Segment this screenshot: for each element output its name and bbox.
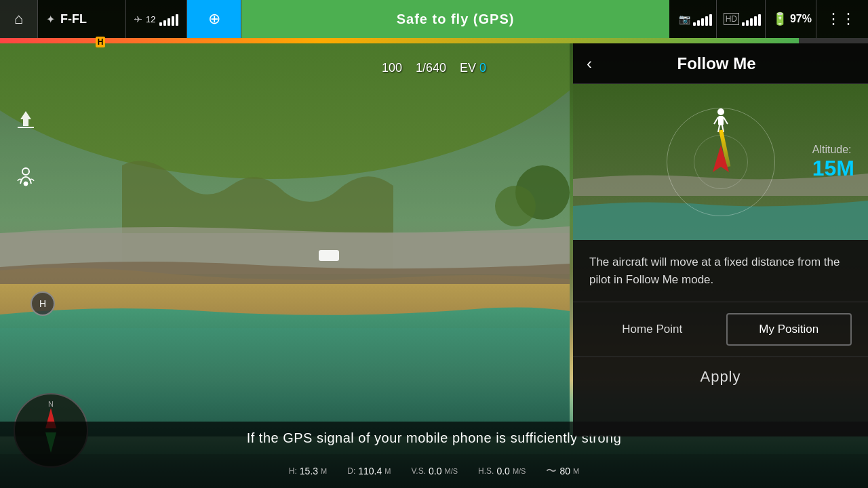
home-point-button[interactable]: Home Point	[589, 313, 715, 346]
telem-hspeed: H.S. 0.0 M/S	[478, 466, 526, 476]
subtitle-text: If the GPS signal of your mobile phone i…	[247, 430, 622, 446]
bottom-telemetry-bar: H: 15.3 M D: 110.4 M V.S. 0.0 M/S H.S. 0…	[0, 454, 868, 488]
top-bar: ⌂ ✦ F-FL ✈ 12 ⊕ Safe to fly (GPS) 📷	[0, 0, 868, 38]
apply-button[interactable]: Apply	[700, 368, 741, 386]
telem-distance: D: 110.4 M	[347, 466, 391, 476]
ev-label: EV 0	[460, 61, 486, 75]
h-label: H:	[289, 466, 297, 476]
gps-section: ✈ 12	[126, 0, 187, 38]
land-icon[interactable]	[14, 108, 38, 138]
d-unit: M	[384, 467, 391, 475]
hd-signal-bars	[742, 12, 761, 26]
vsig-1	[693, 22, 696, 26]
iso-value: 100	[382, 61, 402, 75]
svg-rect-13	[718, 116, 724, 125]
hd-icon: HD	[724, 13, 739, 25]
gps-signal-bars	[159, 12, 178, 26]
ev-value: 0	[479, 61, 486, 75]
follow-icon[interactable]	[14, 165, 38, 194]
signal-bar-4	[172, 16, 174, 26]
home-marker[interactable]: H	[31, 291, 55, 316]
battery-section: 🔋 97%	[768, 0, 816, 38]
safe-to-fly-section: Safe to fly (GPS)	[241, 0, 669, 38]
follow-me-panel: ‹ Follow Me	[573, 43, 868, 436]
vsig-3	[701, 18, 704, 26]
svg-point-12	[717, 108, 724, 115]
home-pin-icon: H	[39, 298, 46, 309]
svg-rect-3	[319, 250, 339, 261]
signal-bar-2	[163, 20, 166, 26]
left-icons	[14, 108, 38, 194]
svg-point-9	[22, 168, 29, 175]
menu-icon[interactable]: ⋮⋮	[819, 10, 863, 28]
gps-count: 12	[146, 14, 155, 24]
gps-status-section: ⊕	[187, 0, 241, 38]
radar-red-arrow-svg	[709, 145, 733, 172]
altitude-display: Altitude: 15M	[812, 144, 854, 181]
battery-icon: 🔋	[772, 12, 787, 26]
mode-icon: ✦	[46, 13, 55, 26]
vsig-5	[709, 14, 712, 26]
scenery-svg	[0, 43, 570, 436]
h-value: 15.3	[300, 466, 318, 476]
telem-signal: 〜 80 M	[546, 464, 579, 479]
video-signal-section: 📷	[675, 0, 717, 38]
panel-header: ‹ Follow Me	[573, 43, 868, 84]
signal-unit: M	[573, 467, 579, 475]
battery-text: 97%	[790, 13, 812, 25]
svg-line-14	[714, 117, 718, 124]
hdsig-5	[758, 14, 761, 26]
safe-to-fly-text: Safe to fly (GPS)	[397, 12, 515, 27]
vs-value: 0.0	[429, 466, 441, 476]
panel-buttons: Home Point My Position	[573, 302, 868, 357]
svg-point-10	[24, 182, 28, 186]
telem-height: H: 15.3 M	[289, 466, 327, 476]
panel-description-text: The aircraft will move at a fixed distan…	[589, 256, 840, 286]
svg-point-5	[495, 186, 536, 226]
hs-unit: M/S	[513, 467, 526, 475]
hdsig-3	[750, 18, 753, 26]
progress-bar: H	[0, 38, 868, 43]
svg-line-15	[724, 117, 728, 124]
h-unit: M	[321, 467, 327, 475]
hdsig-1	[742, 22, 745, 26]
hs-value: 0.0	[496, 466, 509, 476]
gps-status-icon: ⊕	[208, 10, 220, 28]
vs-label: V.S.	[411, 466, 426, 476]
gps-icon: ✈	[134, 14, 142, 24]
home-pin: H	[31, 291, 55, 316]
signal-value: 80	[559, 466, 570, 476]
telem-vspeed: V.S. 0.0 M/S	[411, 466, 458, 476]
altitude-label: Altitude:	[812, 144, 854, 156]
my-position-button[interactable]: My Position	[726, 313, 852, 346]
shutter-value: 1/640	[416, 61, 446, 75]
camera-info: 100 1/640 EV 0	[382, 61, 486, 75]
home-button[interactable]: ⌂	[0, 0, 38, 38]
compass-north-label: N	[48, 400, 54, 408]
progress-h-marker: H	[96, 37, 106, 47]
panel-title: Follow Me	[603, 54, 830, 73]
video-icon: 📷	[679, 14, 690, 24]
signal-bar-1	[159, 22, 162, 26]
altitude-value: 15M	[812, 156, 854, 181]
hd-signal-section: HD	[719, 0, 766, 38]
panel-radar: Altitude: 15M	[573, 84, 868, 240]
svg-rect-7	[23, 119, 28, 126]
panel-back-button[interactable]: ‹	[587, 54, 592, 73]
progress-fill	[0, 38, 799, 43]
signal-bar-5	[176, 14, 178, 26]
home-icon: ⌂	[14, 10, 23, 28]
video-signal-bars	[693, 12, 712, 26]
signal-wave-icon: 〜	[546, 464, 557, 479]
svg-marker-6	[20, 111, 31, 119]
hdsig-2	[746, 20, 749, 26]
hdsig-4	[754, 16, 757, 26]
hs-label: H.S.	[478, 466, 494, 476]
signal-bar-3	[167, 18, 170, 26]
vs-unit: M/S	[445, 467, 458, 475]
panel-apply-section: Apply	[573, 357, 868, 396]
vsig-4	[705, 16, 708, 26]
panel-description: The aircraft will move at a fixed distan…	[573, 240, 868, 302]
d-value: 110.4	[358, 466, 382, 476]
d-label: D:	[347, 466, 355, 476]
